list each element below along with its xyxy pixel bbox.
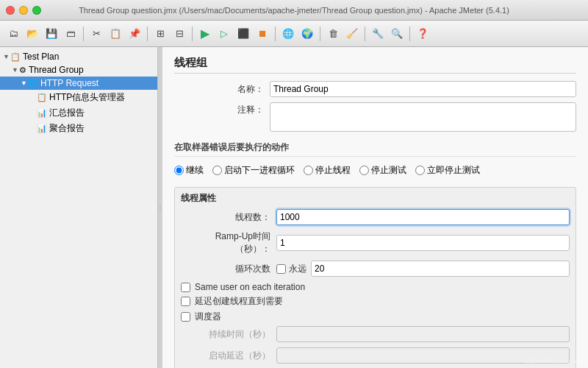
loop-count-label: 循环次数 <box>181 263 276 275</box>
tree-item-http-header[interactable]: 📋 HTTP信息头管理器 <box>0 90 157 105</box>
tree-item-test-plan[interactable]: ▼ 📋 Test Plan <box>0 50 157 63</box>
start-no-pause-button[interactable]: ▷ <box>215 25 233 43</box>
stop-button[interactable]: ⬛ <box>234 25 252 43</box>
radio-start-next-label: 启动下一进程循环 <box>224 164 295 177</box>
radio-stop-thread[interactable]: 停止线程 <box>304 164 351 177</box>
tree-item-thread-group[interactable]: ▼ ⚙ Thread Group <box>0 63 157 77</box>
radio-stop-thread-input[interactable] <box>304 166 313 175</box>
radio-start-next[interactable]: 启动下一进程循环 <box>212 164 295 177</box>
close-button[interactable] <box>6 6 15 15</box>
separator-7 <box>409 26 410 41</box>
ramp-up-row: Ramp-Up时间（秒）： <box>181 230 570 255</box>
http-header-label: HTTP信息头管理器 <box>49 91 125 104</box>
separator-1 <box>83 26 84 41</box>
loop-count-row: 循环次数 永远 <box>181 261 570 277</box>
name-row: 名称： <box>174 81 576 97</box>
separator-2 <box>147 26 148 41</box>
radio-stop-test[interactable]: 停止测试 <box>359 164 406 177</box>
search-button[interactable]: 🔍 <box>388 25 406 43</box>
remote-start-button[interactable]: 🌐 <box>279 25 297 43</box>
tree-arrow-http-request: ▼ <box>21 79 28 87</box>
minimize-button[interactable] <box>19 6 28 15</box>
radio-stop-test-now[interactable]: 立即停止测试 <box>415 164 480 177</box>
content-panel: 线程组 名称： 注释： 在取样器错误后要执行的动作 继续 启动下一进程循环 <box>162 47 588 368</box>
help-button[interactable]: ❓ <box>414 25 431 43</box>
test-plan-icon: 📋 <box>10 52 21 62</box>
main-layout: ▼ 📋 Test Plan ▼ ⚙ Thread Group ▼ 🌐 HTTP … <box>0 47 588 368</box>
thread-properties-title: 线程属性 <box>181 192 570 205</box>
thread-count-input[interactable] <box>276 209 570 225</box>
radio-continue[interactable]: 继续 <box>174 164 204 177</box>
summary-icon: 📊 <box>37 108 47 118</box>
thread-group-icon: ⚙ <box>19 66 26 75</box>
paste-button[interactable]: 📌 <box>126 25 143 43</box>
comment-row: 注释： <box>174 102 576 132</box>
tree-panel: ▼ 📋 Test Plan ▼ ⚙ Thread Group ▼ 🌐 HTTP … <box>0 47 158 368</box>
tree-arrow-thread-group: ▼ <box>12 66 19 74</box>
aggregate-icon: 📊 <box>37 124 47 133</box>
radio-continue-label: 继续 <box>186 164 204 177</box>
comment-input[interactable] <box>270 102 576 132</box>
radio-stop-test-now-input[interactable] <box>415 166 425 175</box>
http-request-icon: 🌐 <box>28 79 38 88</box>
new-button[interactable]: 🗂 <box>4 25 22 43</box>
scheduler-label: 调度器 <box>195 311 221 323</box>
thread-count-row: 线程数： <box>181 209 570 225</box>
ramp-up-label: Ramp-Up时间（秒）： <box>181 230 276 255</box>
tree-arrow-test-plan: ▼ <box>3 53 10 60</box>
separator-6 <box>365 26 365 41</box>
error-action-section: 在取样器错误后要执行的动作 继续 启动下一进程循环 停止线程 停止测试 <box>174 139 576 180</box>
forever-checkbox[interactable] <box>276 264 286 274</box>
radio-continue-input[interactable] <box>174 166 184 175</box>
summary-label: 汇总报告 <box>49 107 85 119</box>
delay-thread-label: 延迟创建线程直到需要 <box>195 295 283 308</box>
tree-item-http-request[interactable]: ▼ 🌐 HTTP Request <box>0 77 157 90</box>
save-button[interactable]: 💾 <box>43 25 60 43</box>
copy-button[interactable]: 📋 <box>107 25 124 43</box>
title-bar: Thread Group question.jmx (/Users/mac/Do… <box>0 0 588 21</box>
cut-button[interactable]: ✂ <box>87 25 105 43</box>
loop-count-input[interactable] <box>311 261 570 277</box>
scheduler-checkbox[interactable] <box>181 312 190 322</box>
aggregate-label: 聚合报告 <box>49 122 85 135</box>
radio-stop-thread-label: 停止线程 <box>315 164 351 177</box>
radio-stop-test-label: 停止测试 <box>371 164 406 177</box>
name-input[interactable] <box>270 81 576 97</box>
remote-stop-button[interactable]: 🌍 <box>298 25 316 43</box>
http-request-label: HTTP Request <box>40 78 98 88</box>
delay-thread-checkbox[interactable] <box>181 297 190 306</box>
radio-stop-test-now-label: 立即停止测试 <box>427 164 480 177</box>
thread-group-label: Thread Group <box>29 65 84 75</box>
toolbar: 🗂 📂 💾 🗃 ✂ 📋 📌 ⊞ ⊟ ▶ ▷ ⬛ ⏹ 🌐 🌍 🗑 🧹 🔧 🔍 ❓ <box>0 21 588 47</box>
shutdown-button[interactable]: ⏹ <box>254 25 271 43</box>
maximize-button[interactable] <box>32 6 41 15</box>
open-button[interactable]: 📂 <box>24 25 41 43</box>
name-label: 名称： <box>174 83 270 96</box>
start-button[interactable]: ▶ <box>196 25 214 43</box>
clear-button[interactable]: 🗑 <box>324 25 342 43</box>
delay-thread-row: 延迟创建线程直到需要 <box>181 295 570 308</box>
radio-stop-test-input[interactable] <box>359 166 369 175</box>
clear-all-button[interactable]: 🧹 <box>343 25 361 43</box>
radio-start-next-input[interactable] <box>212 166 222 175</box>
duration-input[interactable] <box>276 326 570 342</box>
save-all-button[interactable]: 🗃 <box>62 25 79 43</box>
same-user-checkbox[interactable] <box>181 283 190 292</box>
separator-4 <box>275 26 276 41</box>
duration-label: 持续时间（秒） <box>181 328 276 341</box>
test-plan-label: Test Plan <box>23 52 59 62</box>
thread-count-label: 线程数： <box>181 211 276 224</box>
function-helper-button[interactable]: 🔧 <box>369 25 387 43</box>
ramp-up-input[interactable] <box>276 235 570 251</box>
tree-item-aggregate[interactable]: 📊 聚合报告 <box>0 121 157 136</box>
startup-delay-row: 启动延迟（秒） <box>181 347 570 364</box>
collapse-button[interactable]: ⊟ <box>171 25 188 43</box>
same-user-row: Same user on each iteration <box>181 282 570 292</box>
thread-properties-section: 线程属性 线程数： Ramp-Up时间（秒）： 循环次数 永远 Sa <box>174 187 576 368</box>
error-action-label: 在取样器错误后要执行的动作 <box>174 139 576 157</box>
expand-button[interactable]: ⊞ <box>151 25 169 43</box>
tree-item-summary[interactable]: 📊 汇总报告 <box>0 105 157 121</box>
scheduler-row: 调度器 <box>181 311 570 323</box>
separator-5 <box>320 26 320 41</box>
window-title: Thread Group question.jmx (/Users/mac/Do… <box>79 6 509 15</box>
